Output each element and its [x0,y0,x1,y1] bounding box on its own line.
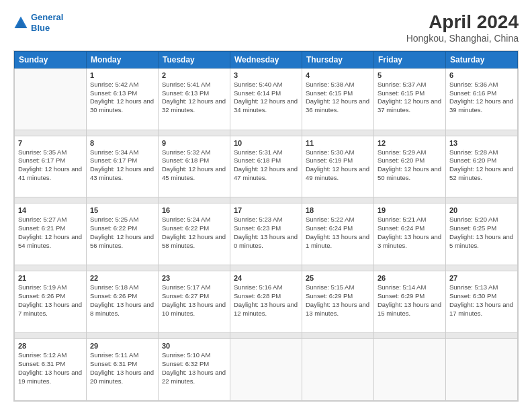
calendar-cell: 21 Sunrise: 5:19 AM Sunset: 6:26 PM Dayl… [15,271,87,333]
title-block: April 2024 Hongkou, Shanghai, China [406,12,519,44]
day-info: Sunrise: 5:25 AM Sunset: 6:22 PM Dayligh… [90,216,154,250]
calendar-cell [302,339,374,401]
day-number: 22 [90,274,154,282]
header-wednesday: Wednesday [230,51,302,68]
day-info: Sunrise: 5:16 AM Sunset: 6:28 PM Dayligh… [234,283,298,318]
day-number: 26 [378,274,442,282]
day-info: Sunrise: 5:37 AM Sunset: 6:15 PM Dayligh… [378,81,442,115]
day-number: 3 [234,71,298,79]
day-info: Sunrise: 5:18 AM Sunset: 6:26 PM Dayligh… [90,283,154,318]
day-number: 14 [18,206,83,214]
day-info: Sunrise: 5:29 AM Sunset: 6:20 PM Dayligh… [378,148,442,183]
day-number: 15 [90,206,154,214]
day-number: 10 [234,139,298,147]
header-friday: Friday [374,51,446,68]
day-number: 8 [90,139,154,147]
header-monday: Monday [87,51,159,68]
calendar-cell: 16 Sunrise: 5:24 AM Sunset: 6:22 PM Dayl… [159,203,230,265]
calendar-cell: 23 Sunrise: 5:17 AM Sunset: 6:27 PM Dayl… [159,271,230,333]
day-number: 2 [162,71,226,79]
calendar-header-row: Sunday Monday Tuesday Wednesday Thursday… [15,51,518,68]
day-number: 4 [306,71,370,79]
logo-line2: Blue [31,23,50,33]
logo: General Blue [13,12,63,33]
logo-icon [13,15,28,30]
day-info: Sunrise: 5:17 AM Sunset: 6:27 PM Dayligh… [162,283,226,318]
day-info: Sunrise: 5:32 AM Sunset: 6:18 PM Dayligh… [162,148,226,183]
calendar-cell: 4 Sunrise: 5:38 AM Sunset: 6:15 PM Dayli… [302,68,374,130]
calendar-cell: 14 Sunrise: 5:27 AM Sunset: 6:21 PM Dayl… [15,203,87,265]
day-info: Sunrise: 5:24 AM Sunset: 6:22 PM Dayligh… [162,216,226,250]
day-number: 7 [18,139,83,147]
calendar-cell: 26 Sunrise: 5:14 AM Sunset: 6:29 PM Dayl… [374,271,446,333]
calendar-week-5: 28 Sunrise: 5:12 AM Sunset: 6:31 PM Dayl… [15,339,518,401]
calendar-cell: 24 Sunrise: 5:16 AM Sunset: 6:28 PM Dayl… [230,271,302,333]
day-info: Sunrise: 5:31 AM Sunset: 6:18 PM Dayligh… [234,148,298,183]
day-info: Sunrise: 5:28 AM Sunset: 6:20 PM Dayligh… [449,148,514,183]
calendar-cell: 28 Sunrise: 5:12 AM Sunset: 6:31 PM Dayl… [15,339,87,401]
day-number: 19 [378,206,442,214]
calendar-cell: 20 Sunrise: 5:20 AM Sunset: 6:25 PM Dayl… [446,203,518,265]
calendar-cell: 30 Sunrise: 5:10 AM Sunset: 6:32 PM Dayl… [159,339,230,401]
day-info: Sunrise: 5:34 AM Sunset: 6:17 PM Dayligh… [90,148,154,183]
day-number: 16 [162,206,226,214]
calendar: Sunday Monday Tuesday Wednesday Thursday… [13,50,519,402]
calendar-cell: 9 Sunrise: 5:32 AM Sunset: 6:18 PM Dayli… [159,136,230,197]
header-tuesday: Tuesday [159,51,230,68]
week-divider [15,333,518,339]
calendar-cell: 13 Sunrise: 5:28 AM Sunset: 6:20 PM Dayl… [446,136,518,197]
day-number: 21 [18,274,83,282]
calendar-cell: 17 Sunrise: 5:23 AM Sunset: 6:23 PM Dayl… [230,203,302,265]
page: General Blue April 2024 Hongkou, Shangha… [0,0,532,411]
calendar-cell: 25 Sunrise: 5:15 AM Sunset: 6:29 PM Dayl… [302,271,374,333]
day-number: 28 [18,342,83,350]
day-number: 23 [162,274,226,282]
day-number: 29 [90,342,154,350]
day-info: Sunrise: 5:41 AM Sunset: 6:13 PM Dayligh… [162,81,226,115]
day-number: 1 [90,71,154,79]
day-info: Sunrise: 5:42 AM Sunset: 6:13 PM Dayligh… [90,81,154,115]
week-divider [15,130,518,136]
calendar-cell: 3 Sunrise: 5:40 AM Sunset: 6:14 PM Dayli… [230,68,302,130]
day-info: Sunrise: 5:19 AM Sunset: 6:26 PM Dayligh… [18,283,83,318]
calendar-cell: 6 Sunrise: 5:36 AM Sunset: 6:16 PM Dayli… [446,68,518,130]
calendar-cell: 8 Sunrise: 5:34 AM Sunset: 6:17 PM Dayli… [87,136,159,197]
day-number: 13 [449,139,514,147]
day-number: 30 [162,342,226,350]
header-sunday: Sunday [15,51,87,68]
calendar-week-1: 1 Sunrise: 5:42 AM Sunset: 6:13 PM Dayli… [15,68,518,130]
day-info: Sunrise: 5:36 AM Sunset: 6:16 PM Dayligh… [449,81,514,115]
day-info: Sunrise: 5:11 AM Sunset: 6:31 PM Dayligh… [90,351,154,385]
logo-line1: General [31,12,63,22]
calendar-cell: 18 Sunrise: 5:22 AM Sunset: 6:24 PM Dayl… [302,203,374,265]
calendar-cell [446,339,518,401]
day-number: 20 [449,206,514,214]
calendar-cell: 1 Sunrise: 5:42 AM Sunset: 6:13 PM Dayli… [87,68,159,130]
header-thursday: Thursday [302,51,374,68]
day-number: 9 [162,139,226,147]
calendar-week-4: 21 Sunrise: 5:19 AM Sunset: 6:26 PM Dayl… [15,271,518,333]
calendar-cell: 15 Sunrise: 5:25 AM Sunset: 6:22 PM Dayl… [87,203,159,265]
day-number: 17 [234,206,298,214]
calendar-week-3: 14 Sunrise: 5:27 AM Sunset: 6:21 PM Dayl… [15,203,518,265]
main-title: April 2024 [406,12,519,33]
calendar-cell: 27 Sunrise: 5:13 AM Sunset: 6:30 PM Dayl… [446,271,518,333]
calendar-cell: 2 Sunrise: 5:41 AM Sunset: 6:13 PM Dayli… [159,68,230,130]
day-info: Sunrise: 5:38 AM Sunset: 6:15 PM Dayligh… [306,81,370,115]
day-info: Sunrise: 5:14 AM Sunset: 6:29 PM Dayligh… [378,283,442,318]
calendar-cell [374,339,446,401]
day-number: 5 [378,71,442,79]
calendar-cell: 7 Sunrise: 5:35 AM Sunset: 6:17 PM Dayli… [15,136,87,197]
subtitle: Hongkou, Shanghai, China [406,33,519,44]
calendar-cell [230,339,302,401]
calendar-week-2: 7 Sunrise: 5:35 AM Sunset: 6:17 PM Dayli… [15,136,518,197]
day-info: Sunrise: 5:10 AM Sunset: 6:32 PM Dayligh… [162,351,226,385]
day-info: Sunrise: 5:27 AM Sunset: 6:21 PM Dayligh… [18,216,83,250]
day-info: Sunrise: 5:13 AM Sunset: 6:30 PM Dayligh… [449,283,514,318]
day-info: Sunrise: 5:15 AM Sunset: 6:29 PM Dayligh… [306,283,370,318]
day-number: 25 [306,274,370,282]
week-divider [15,265,518,271]
day-info: Sunrise: 5:23 AM Sunset: 6:23 PM Dayligh… [234,216,298,250]
logo-text: General Blue [31,12,63,33]
calendar-cell: 19 Sunrise: 5:21 AM Sunset: 6:24 PM Dayl… [374,203,446,265]
